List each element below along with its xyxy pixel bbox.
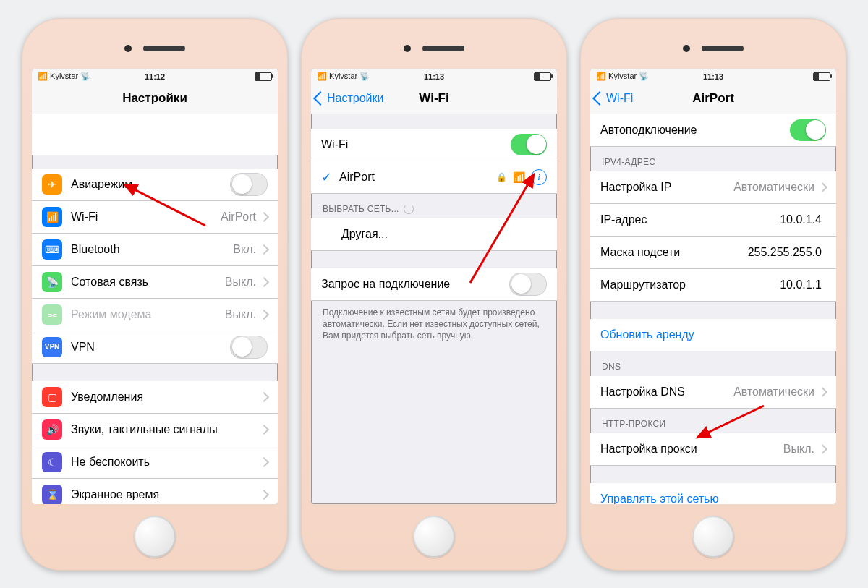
row-screentime[interactable]: ⌛ Экранное время bbox=[32, 479, 278, 504]
phone-hardware-top bbox=[404, 28, 464, 69]
row-label: Маска подсети bbox=[600, 246, 748, 259]
row-bluetooth[interactable]: ⌨ Bluetooth Вкл. bbox=[32, 234, 278, 266]
row-dns-config[interactable]: Настройка DNS Автоматически bbox=[590, 376, 836, 409]
proxy-header: HTTP-ПРОКСИ bbox=[590, 409, 836, 433]
row-dnd[interactable]: ☾ Не беспокоить bbox=[32, 446, 278, 479]
vpn-icon: VPN bbox=[42, 337, 62, 357]
status-bar: 📶 Kyivstar 📡 11:13 bbox=[590, 69, 836, 83]
wifi-icon: 📶 bbox=[42, 207, 62, 227]
row-detail: Выкл. bbox=[783, 443, 814, 456]
chevron-right-icon bbox=[259, 276, 269, 286]
screen-wifi: 📶 Kyivstar 📡 11:13 Настройки Wi-Fi Wi-Fi… bbox=[311, 69, 557, 504]
apple-id-row[interactable] bbox=[32, 114, 278, 155]
row-label: IP-адрес bbox=[600, 213, 780, 226]
screentime-icon: ⌛ bbox=[42, 485, 62, 504]
dnd-icon: ☾ bbox=[42, 452, 62, 472]
dns-header: DNS bbox=[590, 351, 836, 376]
spinner-icon bbox=[404, 204, 414, 214]
row-label: Настройка IP bbox=[600, 181, 733, 194]
row-label: Настройка прокси bbox=[600, 443, 783, 456]
sounds-icon: 🔊 bbox=[42, 419, 62, 440]
vpn-toggle[interactable] bbox=[230, 336, 268, 359]
status-bar: 📶 Kyivstar 📡 11:13 bbox=[311, 69, 557, 83]
choose-network-header: ВЫБРАТЬ СЕТЬ... bbox=[311, 194, 557, 218]
row-label: Звуки, тактильные сигналы bbox=[71, 423, 260, 436]
back-label: Настройки bbox=[327, 92, 383, 105]
row-ip-address: IP-адрес 10.0.1.4 bbox=[590, 204, 836, 237]
row-autojoin[interactable]: Автоподключение bbox=[590, 114, 836, 147]
nav-header: Настройки bbox=[32, 83, 278, 114]
row-vpn[interactable]: VPN VPN bbox=[32, 331, 278, 364]
row-label: Маршрутизатор bbox=[600, 278, 780, 291]
row-proxy-config[interactable]: Настройка прокси Выкл. bbox=[590, 433, 836, 466]
speaker-slot bbox=[143, 46, 185, 51]
bluetooth-icon: ⌨ bbox=[42, 239, 62, 260]
chevron-right-icon bbox=[817, 386, 827, 396]
row-label: Автоподключение bbox=[600, 124, 790, 137]
phone-wifi: 📶 Kyivstar 📡 11:13 Настройки Wi-Fi Wi-Fi… bbox=[301, 18, 567, 571]
screen-settings: 📶 Kyivstar 📡 11:12 Настройки ✈ Авиарежим… bbox=[32, 69, 278, 504]
back-label: Wi-Fi bbox=[606, 92, 633, 105]
wifi-toggle[interactable] bbox=[511, 134, 547, 155]
home-button[interactable] bbox=[692, 516, 734, 558]
row-airplane[interactable]: ✈ Авиарежим bbox=[32, 169, 278, 201]
row-detail: Выкл. bbox=[225, 308, 256, 321]
row-ip-config[interactable]: Настройка IP Автоматически bbox=[590, 171, 836, 204]
settings-list[interactable]: ✈ Авиарежим 📶 Wi-Fi AirPort ⌨ Bluetooth … bbox=[32, 114, 278, 504]
camera-dot bbox=[404, 45, 411, 52]
nav-header: Настройки Wi-Fi bbox=[311, 83, 557, 114]
phone-hardware-top bbox=[124, 28, 185, 69]
home-button[interactable] bbox=[413, 516, 455, 558]
detail-list[interactable]: Автоподключение IPV4-АДРЕС Настройка IP … bbox=[590, 114, 836, 504]
row-other-network[interactable]: Другая... bbox=[311, 218, 557, 251]
chevron-right-icon bbox=[259, 309, 269, 319]
ask-toggle[interactable] bbox=[509, 273, 547, 296]
row-manage-network[interactable]: Управлять этой сетью bbox=[590, 483, 836, 504]
row-cellular[interactable]: 📡 Сотовая связь Выкл. bbox=[32, 266, 278, 299]
row-sounds[interactable]: 🔊 Звуки, тактильные сигналы bbox=[32, 414, 278, 446]
info-button[interactable]: i bbox=[531, 169, 547, 185]
row-wifi-toggle[interactable]: Wi-Fi bbox=[311, 129, 557, 161]
row-wifi[interactable]: 📶 Wi-Fi AirPort bbox=[32, 201, 278, 234]
chevron-left-icon bbox=[313, 91, 328, 106]
airplane-icon: ✈ bbox=[42, 174, 62, 195]
chevron-left-icon bbox=[592, 91, 607, 106]
row-connected-network[interactable]: ✓ AirPort 🔒 📶 i bbox=[311, 161, 557, 194]
row-label: Обновить аренду bbox=[600, 328, 826, 341]
row-label: Настройка DNS bbox=[600, 385, 733, 399]
status-bar: 📶 Kyivstar 📡 11:12 bbox=[32, 69, 278, 83]
row-label: Не беспокоить bbox=[71, 456, 260, 469]
row-router: Маршрутизатор 10.0.1.1 bbox=[590, 269, 836, 302]
row-label: Сотовая связь bbox=[71, 276, 225, 289]
row-detail: Вкл. bbox=[233, 243, 256, 256]
screen-network-details: 📶 Kyivstar 📡 11:13 Wi-Fi AirPort Автопод… bbox=[590, 69, 836, 504]
airplane-toggle[interactable] bbox=[230, 173, 268, 196]
wifi-list[interactable]: Wi-Fi ✓ AirPort 🔒 📶 i ВЫБРАТЬ СЕТЬ... Др… bbox=[311, 114, 557, 504]
page-title: Настройки bbox=[32, 91, 278, 106]
row-ask-to-join[interactable]: Запрос на подключение bbox=[311, 268, 557, 301]
chevron-right-icon bbox=[817, 182, 827, 192]
chevron-right-icon bbox=[259, 244, 269, 254]
row-label: VPN bbox=[71, 341, 230, 354]
row-label: Wi-Fi bbox=[71, 210, 221, 223]
back-button[interactable]: Wi-Fi bbox=[590, 92, 633, 105]
battery-icon bbox=[813, 72, 830, 81]
row-label: Запрос на подключение bbox=[321, 278, 509, 291]
row-notifications[interactable]: ▢ Уведомления bbox=[32, 381, 278, 414]
home-button[interactable] bbox=[134, 516, 176, 558]
speaker-slot bbox=[422, 46, 464, 51]
network-name: AirPort bbox=[339, 171, 496, 184]
back-button[interactable]: Настройки bbox=[311, 92, 383, 105]
nav-header: Wi-Fi AirPort bbox=[590, 83, 836, 114]
row-subnet-mask: Маска подсети 255.255.255.0 bbox=[590, 237, 836, 269]
row-value: 255.255.255.0 bbox=[748, 246, 822, 259]
row-label: Bluetooth bbox=[71, 243, 233, 256]
row-renew-lease[interactable]: Обновить аренду bbox=[590, 319, 836, 351]
chevron-right-icon bbox=[259, 456, 269, 466]
autojoin-toggle[interactable] bbox=[790, 119, 826, 141]
battery-icon bbox=[255, 72, 272, 81]
row-label: Уведомления bbox=[71, 391, 260, 404]
phone-settings: 📶 Kyivstar 📡 11:12 Настройки ✈ Авиарежим… bbox=[22, 18, 288, 571]
battery-icon bbox=[534, 72, 551, 81]
chevron-right-icon bbox=[259, 391, 269, 401]
